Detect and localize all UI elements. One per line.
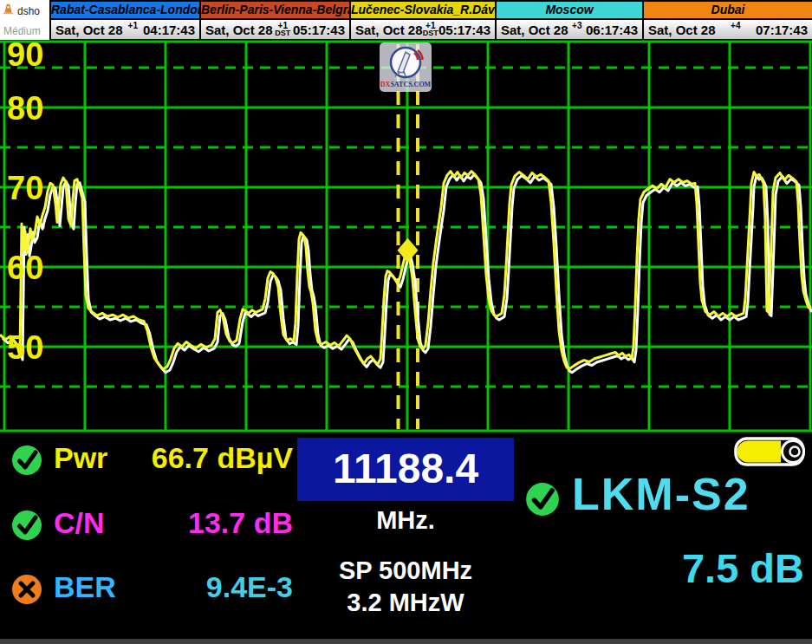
modulation-standard: LKM-S2 — [572, 468, 750, 520]
clock-dst-flag: DST — [275, 29, 290, 37]
measurement-panel: Pwr 66.7 dBµV C/N 13.7 dB BER 9.4E-3 111… — [0, 433, 812, 644]
vlc-window-fragment[interactable]: dsho Médium — [0, 0, 49, 40]
bandwidth-setting: 3.2 MHzW — [297, 589, 514, 617]
cn-label: C/N — [54, 506, 105, 540]
logo-text-dx: DX — [380, 81, 391, 88]
clock-tz: +1DST — [275, 22, 290, 37]
svg-text:90: 90 — [7, 40, 43, 73]
svg-text:DXSATCS.COM: DXSATCS.COM — [380, 81, 432, 88]
clock-time-row: Sat, Oct 28 +1DST 05:17:43 — [351, 20, 495, 39]
clock-tz: +1 — [128, 22, 138, 29]
clock-date: Sat, Oct 28 — [648, 23, 716, 37]
clock-date: Sat, Oct 28 — [355, 23, 423, 37]
clock-tz: +4 — [731, 22, 740, 29]
clock-city-rabat: Rabat-Casablanca-London — [51, 2, 199, 20]
link-margin-value: 7.5 dB — [536, 544, 804, 592]
clock-city-moscow: Moscow — [497, 2, 642, 20]
cn-status-ok-icon — [11, 510, 42, 541]
clock-utc-offset: +3 — [572, 22, 581, 29]
vlc-title-text: dsho — [17, 5, 40, 17]
clock-utc-offset: +1 — [128, 22, 138, 29]
cn-value: 13.7 dB — [104, 506, 293, 540]
svg-text:60: 60 — [7, 250, 43, 286]
span-setting: SP 500MHz — [297, 556, 514, 585]
clock-time-row: Sat, Oct 28 +1 04:17:43 — [51, 20, 199, 39]
clock-city-berlin: Berlin-Paris-Vienna-Belgrade — [201, 2, 349, 20]
clock-time-row: Sat, Oct 28 +4 07:17:43 — [644, 20, 812, 39]
clock-city-dubai: Dubai — [644, 2, 812, 20]
svg-text:50: 50 — [7, 329, 43, 366]
vlc-menu-item-media[interactable]: Médium — [0, 19, 49, 37]
clock-panel-berlin: Berlin-Paris-Vienna-Belgrade Sat, Oct 28… — [199, 0, 349, 39]
clock-date: Sat, Oct 28 — [205, 23, 273, 37]
clock-utc-offset: +4 — [731, 22, 740, 29]
clock-tz: +1DST — [423, 22, 438, 37]
clock-time: 04:17:43 — [143, 23, 195, 37]
clock-panel-rabat: Rabat-Casablanca-London Sat, Oct 28 +1 0… — [49, 0, 199, 39]
ber-status-fail-icon — [11, 574, 42, 605]
vlc-title-row: dsho — [0, 0, 49, 19]
pwr-status-ok-icon — [11, 445, 42, 476]
clock-dst-flag: DST — [423, 29, 438, 37]
bottom-strip — [0, 639, 812, 644]
clock-time: 06:17:43 — [586, 23, 638, 37]
vlc-cone-icon — [2, 3, 15, 19]
pwr-label: Pwr — [54, 441, 107, 475]
clock-time-row: Sat, Oct 28 +1DST 05:17:43 — [201, 20, 349, 39]
spectrum-analyzer-plot: 9080706050 DXSATCS.COM — [0, 40, 812, 433]
frequency-display: 11188.4 — [297, 438, 514, 501]
clock-time: 05:17:43 — [438, 23, 490, 37]
clock-date: Sat, Oct 28 — [501, 23, 568, 37]
svg-text:70: 70 — [7, 170, 43, 206]
svg-text:80: 80 — [7, 90, 43, 127]
dxsatcs-watermark-logo: DXSATCS.COM — [380, 42, 432, 92]
clock-time: 07:17:43 — [756, 23, 808, 37]
ber-value: 9.4E-3 — [104, 570, 293, 604]
logo-text-rest: SATCS.COM — [390, 81, 431, 88]
lock-status-ok-icon — [525, 482, 560, 517]
frequency-value: 11188.4 — [333, 446, 478, 491]
clock-panel-lucenec: Lučenec-Slovakia_R.Dávid Sat, Oct 28 +1D… — [349, 0, 495, 39]
frequency-unit: MHz. — [297, 506, 514, 535]
pwr-value: 66.7 dBµV — [104, 441, 293, 475]
spectrum-chart: 9080706050 — [0, 40, 812, 433]
clock-panel-moscow: Moscow Sat, Oct 28 +3 06:17:43 — [495, 0, 642, 39]
battery-icon — [734, 437, 809, 466]
clock-tz: +3 — [572, 22, 581, 29]
world-clock-bar: dsho Médium Rabat-Casablanca-London Sat,… — [0, 0, 812, 40]
clock-time: 05:17:43 — [293, 23, 345, 37]
clock-city-lucenec: Lučenec-Slovakia_R.Dávid — [351, 2, 495, 20]
clock-panel-dubai: Dubai Sat, Oct 28 +4 07:17:43 — [642, 0, 812, 39]
clock-time-row: Sat, Oct 28 +3 06:17:43 — [497, 20, 642, 39]
clock-date: Sat, Oct 28 — [55, 23, 123, 37]
